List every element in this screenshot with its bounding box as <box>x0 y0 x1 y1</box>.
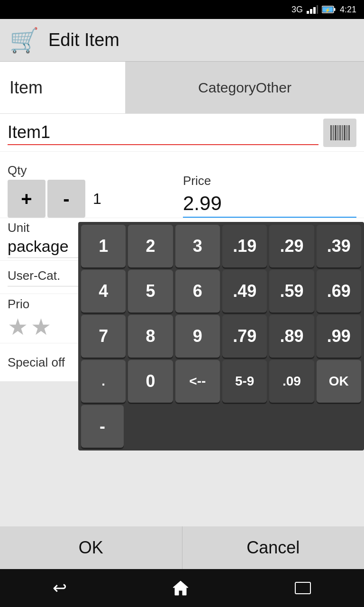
keypad-row-5: - <box>81 405 361 448</box>
item-category-row: Item Category Other <box>0 62 364 114</box>
home-icon <box>172 580 189 596</box>
back-button[interactable]: ↩ <box>53 578 67 598</box>
item-name-row <box>0 114 364 152</box>
clock: 4:21 <box>340 5 356 15</box>
category-value: Other <box>256 78 291 97</box>
key-backspace[interactable]: <-- <box>175 360 220 403</box>
recents-icon <box>294 581 311 595</box>
status-bar: 3G ⚡ 4:21 <box>0 0 364 19</box>
key-1[interactable]: 1 <box>81 225 126 267</box>
key-49[interactable]: .49 <box>222 270 267 313</box>
key-89[interactable]: .89 <box>269 315 314 358</box>
star-1[interactable]: ★ <box>8 313 28 340</box>
key-69[interactable]: .69 <box>317 270 361 313</box>
keypad-row-1: 1 2 3 .19 .29 .39 <box>81 225 361 267</box>
item-label: Item <box>0 62 126 113</box>
svg-rect-11 <box>337 125 338 140</box>
svg-rect-13 <box>342 125 343 140</box>
svg-rect-1 <box>310 9 312 14</box>
price-label: Price <box>183 174 356 188</box>
recents-button[interactable] <box>294 581 311 595</box>
battery-icon: ⚡ <box>322 6 336 13</box>
price-section: Price <box>173 174 356 218</box>
qty-value: 1 <box>93 190 112 208</box>
svg-rect-0 <box>307 11 309 14</box>
ok-button[interactable]: OK <box>0 526 182 569</box>
svg-rect-8 <box>330 125 332 140</box>
svg-rect-5 <box>334 8 335 11</box>
qty-section: Qty + - 1 <box>8 163 173 218</box>
svg-rect-12 <box>339 125 341 140</box>
qty-controls: + - 1 <box>8 180 173 218</box>
key-9[interactable]: 9 <box>175 315 220 358</box>
cancel-button[interactable]: Cancel <box>182 526 364 569</box>
category-label: Category <box>198 78 256 97</box>
svg-text:⚡: ⚡ <box>325 7 331 13</box>
qty-plus-button[interactable]: + <box>8 180 46 218</box>
keypad-overlay: 1 2 3 .19 .29 .39 4 5 6 .49 .59 .69 7 8 … <box>78 222 364 451</box>
key-ok[interactable]: OK <box>317 360 361 403</box>
svg-rect-18 <box>295 582 310 594</box>
key-79[interactable]: .79 <box>222 315 267 358</box>
key-7[interactable]: 7 <box>81 315 126 358</box>
key-4[interactable]: 4 <box>81 270 126 313</box>
key-29[interactable]: .29 <box>269 225 314 267</box>
qty-minus-button[interactable]: - <box>47 180 85 218</box>
keypad-row-4: . 0 <-- 5-9 .09 OK <box>81 360 361 403</box>
page-title: Edit Item <box>48 30 119 50</box>
bottom-buttons: OK Cancel <box>0 526 364 569</box>
key-39[interactable]: .39 <box>317 225 361 267</box>
key-dot[interactable]: . <box>81 360 126 403</box>
key-09[interactable]: .09 <box>269 360 314 403</box>
basket-icon: 🛒 <box>9 27 39 54</box>
svg-rect-3 <box>317 5 318 14</box>
key-0[interactable]: 0 <box>128 360 173 403</box>
svg-rect-2 <box>313 7 316 14</box>
svg-rect-9 <box>333 125 334 140</box>
key-2[interactable]: 2 <box>128 225 173 267</box>
key-99[interactable]: .99 <box>317 315 361 358</box>
back-icon: ↩ <box>53 578 67 598</box>
svg-rect-15 <box>346 125 347 140</box>
key-minus[interactable]: - <box>81 405 124 448</box>
price-input[interactable] <box>183 190 356 218</box>
key-19[interactable]: .19 <box>222 225 267 267</box>
svg-marker-17 <box>173 581 188 595</box>
svg-rect-10 <box>335 125 337 140</box>
signal-icon <box>307 5 318 14</box>
key-6[interactable]: 6 <box>175 270 220 313</box>
key-5-9[interactable]: 5-9 <box>222 360 267 403</box>
barcode-button[interactable] <box>323 119 356 147</box>
top-bar: 🛒 Edit Item <box>0 19 364 62</box>
keypad-row-2: 4 5 6 .49 .59 .69 <box>81 270 361 313</box>
barcode-icon <box>329 124 350 141</box>
keypad-row-3: 7 8 9 .79 .89 .99 <box>81 315 361 358</box>
nav-bar: ↩ <box>0 569 364 607</box>
svg-rect-14 <box>344 125 346 140</box>
svg-rect-16 <box>348 125 350 140</box>
key-59[interactable]: .59 <box>269 270 314 313</box>
key-8[interactable]: 8 <box>128 315 173 358</box>
item-name-input[interactable] <box>8 120 318 145</box>
special-label: Special off <box>8 355 65 370</box>
key-3[interactable]: 3 <box>175 225 220 267</box>
category-button[interactable]: Category Other <box>126 62 364 113</box>
network-indicator: 3G <box>291 5 303 15</box>
star-2[interactable]: ★ <box>31 313 51 340</box>
key-5[interactable]: 5 <box>128 270 173 313</box>
home-button[interactable] <box>172 580 189 596</box>
qty-label: Qty <box>8 163 173 178</box>
qty-price-row: Qty + - 1 Price <box>0 152 364 218</box>
